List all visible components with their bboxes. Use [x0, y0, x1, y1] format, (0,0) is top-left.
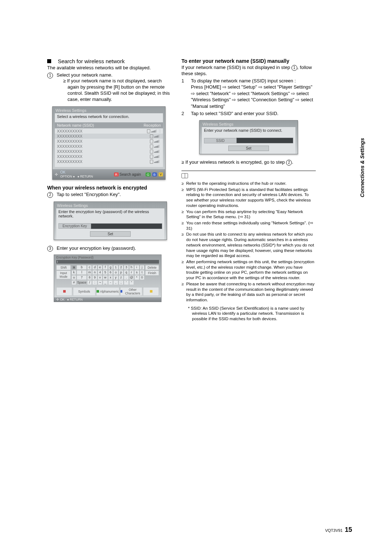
keyboard-key[interactable]: ;: [119, 280, 123, 285]
lock-icon: [150, 139, 153, 143]
lock-icon: [150, 150, 153, 154]
keyboard-key[interactable]: #: [72, 280, 76, 285]
notes-list: Refer to the operating instructions of t…: [181, 181, 316, 303]
keyboard-key[interactable]: /: [87, 280, 92, 285]
keyboard-key[interactable]: i: [134, 265, 139, 270]
note-item: Do not use this unit to connect to any w…: [181, 232, 316, 258]
panel-prompt: Enter your network name (SSID) to connec…: [204, 128, 293, 133]
keyboard-key[interactable]: ": [129, 280, 134, 285]
keyboard-key[interactable]: .: [124, 275, 128, 280]
note-item: Refer to the operating instructions of t…: [181, 181, 316, 186]
keyboard-key[interactable]: 3: [124, 265, 128, 270]
list-item[interactable]: XXXXXXXXXX: [55, 149, 163, 154]
keyboard-key[interactable]: d: [92, 265, 97, 270]
input-mode-button[interactable]: Input Mode: [56, 270, 71, 279]
circled-2-icon: 2: [47, 192, 53, 198]
notes-divider: [181, 171, 316, 179]
space-key[interactable]: Space: [77, 280, 87, 285]
keyboard-key[interactable]: 6: [108, 270, 113, 275]
manual-intro: If your network name (SSID) is not displ…: [181, 65, 316, 77]
keyboard-key[interactable]: 0: [140, 275, 144, 280]
keyboard-key[interactable]: j: [140, 265, 144, 270]
panel-prompt: Select a wireless network for connection…: [57, 114, 161, 119]
keyboard-key[interactable]: 2: [119, 265, 123, 270]
keyboard-key[interactable]: s: [134, 270, 139, 275]
step-2: 2 Tap to select "Encryption Key".: [47, 191, 171, 198]
keyboard-key[interactable]: t: [140, 270, 144, 275]
keyboard-key[interactable]: 7: [77, 275, 87, 280]
keyboard-key[interactable]: ': [124, 280, 128, 285]
ek-input[interactable]: [91, 223, 162, 229]
keyboard-key[interactable]: ~: [98, 280, 102, 285]
keyboard-key[interactable]: 4: [98, 270, 102, 275]
keyboard-key[interactable]: :: [92, 280, 97, 285]
chip-g: G: [146, 172, 150, 176]
keyboard-key[interactable]: r: [129, 270, 134, 275]
keyboard-key[interactable]: 9: [92, 275, 97, 280]
manual-step-2: 2 Tap to select "SSID" and enter your SS…: [181, 110, 316, 117]
symbols-tab[interactable]: Symbols: [73, 287, 95, 296]
ek-label: Encryption Key: [58, 223, 91, 229]
keyboard-key[interactable]: *: [134, 275, 139, 280]
set-button[interactable]: Set: [90, 231, 131, 237]
keyboard-key[interactable]: 5: [103, 270, 107, 275]
red-square-icon: [63, 290, 66, 293]
keyboard-key[interactable]: 8: [87, 275, 92, 280]
dpad-icon: ✢: [55, 172, 59, 176]
shift-button[interactable]: Shift: [56, 265, 71, 270]
list-item[interactable]: XXXXXXXXXX: [55, 159, 163, 164]
alphanumeric-tab[interactable]: Alphanumeric: [96, 287, 119, 296]
keyboard-key[interactable]: o: [113, 270, 118, 275]
yellow-key[interactable]: [143, 287, 159, 296]
other-chars-tab[interactable]: Other Characters: [120, 287, 143, 296]
keyboard-key[interactable]: p: [119, 270, 123, 275]
keyboard-key[interactable]: z: [119, 275, 123, 280]
right-column: To enter your network name (SSID) manual…: [181, 58, 316, 322]
keyboard-key[interactable]: u: [72, 275, 76, 280]
step3-text: Enter your encryption key (password).: [57, 245, 171, 252]
keyboard-key[interactable]: _: [103, 280, 107, 285]
keyboard-key[interactable]: g: [108, 265, 113, 270]
finish-button[interactable]: Finish: [145, 270, 159, 276]
keyboard-key[interactable]: c: [87, 265, 92, 270]
keyboard-key[interactable]: @: [129, 275, 134, 280]
keyboard-key[interactable]: f: [103, 265, 107, 270]
page-number: 15: [345, 526, 352, 534]
signal-icon: [154, 155, 161, 158]
panel-prompt: Enter the encryption key (password) of t…: [58, 209, 162, 218]
keyboard-key[interactable]: y: [113, 275, 118, 280]
keyboard-key[interactable]: k: [72, 270, 76, 275]
ssid-input[interactable]: [236, 138, 293, 143]
keyboard-key[interactable]: a: [72, 265, 76, 270]
list-item[interactable]: XXXXXXXXXX: [55, 129, 163, 134]
keyboard-key[interactable]: l: [77, 270, 87, 275]
list-item[interactable]: XXXXXXXXXX: [55, 154, 163, 159]
set-button[interactable]: Set: [228, 146, 269, 151]
keyboard-key[interactable]: n: [92, 270, 97, 275]
keyboard-key[interactable]: x: [108, 275, 113, 280]
keyboard-key[interactable]: 1: [113, 265, 118, 270]
panel-body: Select a wireless network for connection…: [55, 113, 163, 167]
panel-ssid: Wireless Settings Enter your network nam…: [199, 120, 298, 154]
keyboard-key[interactable]: w: [103, 275, 107, 280]
manual-step2-text: Tap to select "SSID" and enter your SSID…: [191, 110, 316, 117]
keyboard-key[interactable]: -: [108, 280, 113, 285]
space-key[interactable]: [56, 287, 72, 296]
kb-input-bar[interactable]: [56, 260, 159, 264]
lock-icon: [150, 144, 153, 148]
list-item[interactable]: XXXXXXXXXX: [55, 139, 163, 144]
list-item[interactable]: XXXXXXXXXX: [55, 144, 163, 149]
delete-button[interactable]: Delete: [145, 265, 159, 270]
keyboard-key[interactable]: m: [87, 270, 92, 275]
keyboard-key[interactable]: e: [98, 265, 102, 270]
keyboard-key[interactable]: b: [77, 265, 87, 270]
manual-heading: To enter your network name (SSID) manual…: [181, 58, 316, 64]
keyboard-key[interactable]: ,: [113, 280, 118, 285]
note-item: WPS (Wi-Fi Protected Setup) is a standar…: [181, 187, 316, 208]
list-item[interactable]: XXXXXXXXXX: [55, 134, 163, 139]
footer-code: VQT3V91: [325, 528, 343, 533]
keyboard-key[interactable]: q: [124, 270, 128, 275]
circled-1-icon: 1: [291, 65, 297, 71]
keyboard-key[interactable]: h: [129, 265, 134, 270]
keyboard-key[interactable]: v: [98, 275, 102, 280]
